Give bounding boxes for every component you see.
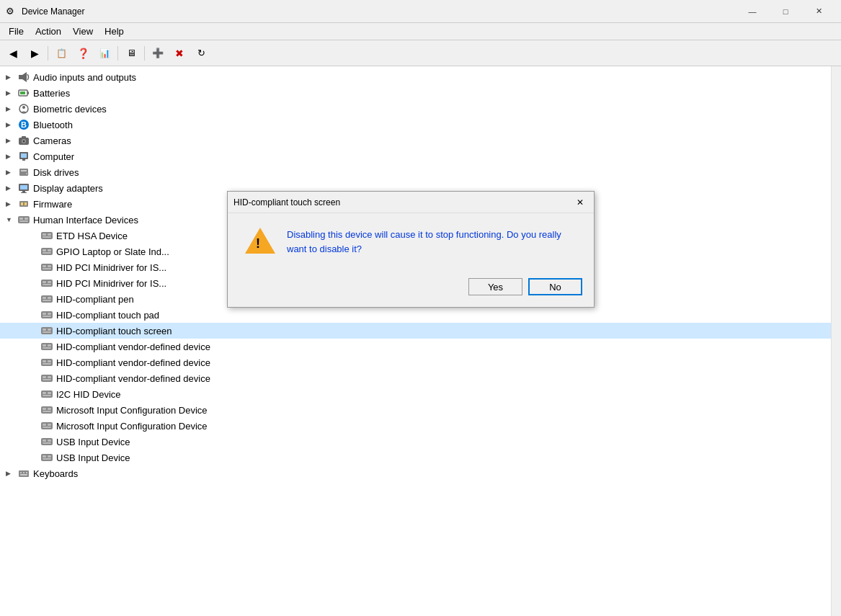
svg-rect-27 — [19, 218, 23, 220]
svg-rect-51 — [43, 313, 46, 315]
item-label-hidvendor2: HID-compliant vendor-defined device — [56, 357, 210, 368]
tree-item-keyboards[interactable]: ▶ Keyboards — [0, 465, 831, 481]
tree-item-usb2[interactable]: USB Input Device — [0, 450, 831, 465]
maximize-button[interactable]: □ — [769, 0, 802, 23]
svg-rect-54 — [41, 327, 53, 334]
item-icon-msinput2 — [40, 419, 53, 432]
svg-rect-49 — [43, 300, 51, 301]
item-label-hidvendor1: HID-compliant vendor-defined device — [56, 342, 210, 352]
tree-item-computer[interactable]: ▶ Computer — [0, 148, 831, 164]
tree-item-hidvendor3[interactable]: HID-compliant vendor-defined device — [0, 370, 831, 386]
item-label-computer: Computer — [33, 151, 74, 162]
no-button[interactable]: No — [528, 278, 582, 295]
svg-point-18 — [25, 172, 28, 175]
svg-rect-91 — [20, 472, 22, 473]
tree-item-hidvendor1[interactable]: HID-compliant vendor-defined device — [0, 339, 831, 354]
item-icon-usb2 — [40, 451, 53, 464]
menu-help[interactable]: Help — [99, 24, 130, 38]
svg-rect-77 — [43, 411, 51, 412]
action-button[interactable]: 📊 — [94, 43, 115, 63]
scrollbar[interactable] — [831, 66, 841, 616]
item-icon-gpio — [40, 245, 53, 258]
svg-rect-85 — [43, 442, 51, 444]
properties-button[interactable]: 📋 — [51, 43, 71, 63]
svg-rect-88 — [48, 455, 51, 457]
computer-button[interactable]: 🖥 — [121, 43, 141, 63]
svg-rect-63 — [43, 360, 46, 362]
svg-rect-74 — [41, 406, 53, 414]
item-label-gpio: GPIO Laptop or Slate Ind... — [56, 246, 169, 257]
update-button[interactable]: ↻ — [191, 43, 211, 63]
svg-rect-73 — [43, 395, 51, 396]
item-icon-audio — [17, 71, 30, 84]
item-label-display: Display adapters — [33, 183, 103, 194]
expand-icon-batteries: ▶ — [6, 89, 17, 97]
item-icon-hidvendor3 — [40, 372, 53, 385]
svg-rect-92 — [23, 472, 25, 473]
tree-item-hidtouchscreen[interactable]: HID-compliant touch screen — [0, 323, 831, 339]
svg-rect-17 — [21, 170, 27, 171]
item-icon-hidvendor1 — [40, 340, 53, 353]
item-icon-usb1 — [40, 435, 53, 448]
svg-rect-38 — [41, 264, 53, 271]
item-icon-hidpen — [40, 293, 53, 305]
tree-item-hidtouchpad[interactable]: HID-compliant touch pad — [0, 307, 831, 323]
disable-device-dialog[interactable]: HID-compliant touch screen ✕ Disabling t… — [227, 191, 595, 308]
svg-rect-43 — [43, 281, 46, 283]
expand-icon-cameras: ▶ — [6, 137, 17, 144]
svg-rect-78 — [41, 422, 53, 429]
svg-rect-76 — [48, 408, 51, 410]
svg-rect-93 — [26, 472, 27, 473]
item-label-hidvendor3: HID-compliant vendor-defined device — [56, 373, 210, 384]
svg-rect-22 — [21, 192, 27, 193]
tree-item-cameras[interactable]: ▶ Cameras — [0, 133, 831, 148]
expand-icon-diskdrives: ▶ — [6, 169, 17, 176]
svg-rect-67 — [43, 376, 46, 378]
svg-rect-29 — [19, 220, 28, 222]
warning-icon — [245, 228, 275, 258]
item-label-hidtouchscreen: HID-compliant touch screen — [56, 326, 172, 336]
tree-item-bluetooth[interactable]: ▶ B Bluetooth — [0, 117, 831, 133]
svg-rect-31 — [43, 233, 46, 236]
svg-rect-14 — [21, 153, 27, 158]
menu-view[interactable]: View — [67, 24, 99, 38]
svg-rect-59 — [43, 344, 46, 347]
device-tree[interactable]: ▶ Audio inputs and outputs▶ Batteries▶ B… — [0, 66, 831, 616]
svg-text:B: B — [21, 120, 27, 129]
close-button[interactable]: ✕ — [802, 0, 835, 23]
add-button[interactable]: ➕ — [148, 43, 168, 63]
tree-item-msinput2[interactable]: Microsoft Input Configuration Device — [0, 418, 831, 434]
tree-item-hidvendor2[interactable]: HID-compliant vendor-defined device — [0, 354, 831, 370]
menu-action[interactable]: Action — [30, 24, 67, 38]
svg-rect-25 — [25, 202, 27, 205]
titlebar: ⚙ Device Manager — □ ✕ — [0, 0, 841, 23]
tree-item-batteries[interactable]: ▶ Batteries — [0, 85, 831, 101]
remove-button[interactable]: ✖ — [169, 43, 190, 63]
svg-point-6 — [22, 106, 25, 109]
forward-button[interactable]: ▶ — [25, 43, 45, 63]
tree-item-biometric[interactable]: ▶ Biometric devices — [0, 101, 831, 117]
expand-icon-bluetooth: ▶ — [6, 121, 17, 128]
tree-item-msinput1[interactable]: Microsoft Input Configuration Device — [0, 402, 831, 418]
back-button[interactable]: ◀ — [3, 43, 23, 63]
tree-item-audio[interactable]: ▶ Audio inputs and outputs — [0, 69, 831, 85]
toolbar-separator-3 — [144, 46, 145, 61]
minimize-button[interactable]: — — [736, 0, 769, 23]
svg-rect-79 — [43, 424, 46, 426]
item-icon-keyboards — [17, 467, 30, 480]
menubar: File Action View Help — [0, 23, 841, 40]
svg-rect-75 — [43, 408, 46, 410]
svg-rect-33 — [43, 236, 51, 238]
tree-item-usb1[interactable]: USB Input Device — [0, 434, 831, 450]
item-label-cameras: Cameras — [33, 135, 71, 146]
item-icon-biometric — [17, 102, 30, 115]
tree-item-diskdrives[interactable]: ▶ Disk drives — [0, 164, 831, 180]
help-button[interactable]: ❓ — [73, 43, 93, 63]
dialog-close-button[interactable]: ✕ — [572, 195, 588, 210]
svg-rect-71 — [43, 392, 46, 394]
tree-item-i2c[interactable]: I2C HID Device — [0, 386, 831, 402]
yes-button[interactable]: Yes — [468, 278, 522, 295]
menu-file[interactable]: File — [3, 24, 30, 38]
svg-rect-47 — [43, 297, 46, 299]
svg-rect-34 — [41, 248, 53, 255]
